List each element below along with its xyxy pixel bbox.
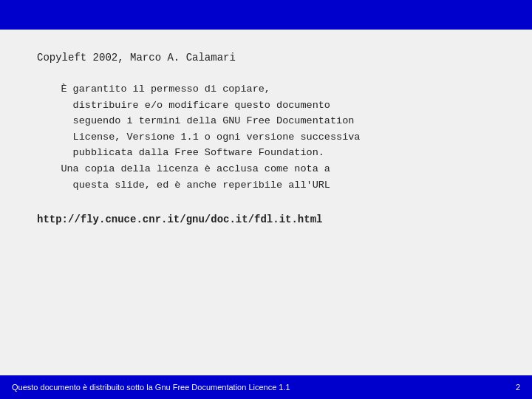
bottom-bar: Questo documento è distribuito sotto la …	[0, 375, 532, 399]
copyright-line: Copyleft 2002, Marco A. Calamari	[37, 52, 495, 64]
url-text: http://fly.cnuce.cnr.it/gnu/doc.it/fdl.i…	[37, 214, 495, 225]
body-text: È garantito il permesso di copiare, dist…	[37, 81, 495, 193]
top-bar	[0, 0, 532, 30]
main-content: Copyleft 2002, Marco A. Calamari È garan…	[0, 30, 532, 240]
page-number: 2	[516, 383, 520, 392]
footer-text: Questo documento è distribuito sotto la …	[12, 383, 290, 392]
